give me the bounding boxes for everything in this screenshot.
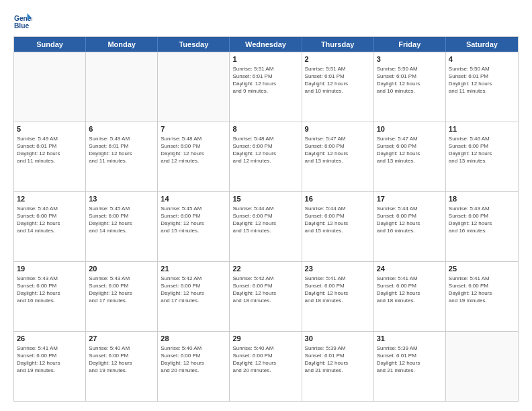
day-number: 27 xyxy=(89,334,154,344)
day-number: 5 xyxy=(17,124,83,134)
day-number: 18 xyxy=(449,194,515,204)
day-number: 3 xyxy=(377,54,443,64)
day-info: Sunrise: 5:46 AM Sunset: 6:00 PM Dayligh… xyxy=(449,135,515,165)
day-info: Sunrise: 5:48 AM Sunset: 6:00 PM Dayligh… xyxy=(232,135,298,165)
day-info: Sunrise: 5:46 AM Sunset: 6:00 PM Dayligh… xyxy=(17,205,83,235)
calendar-header: SundayMondayTuesdayWednesdayThursdayFrid… xyxy=(14,37,518,52)
day-number: 14 xyxy=(161,194,226,204)
calendar-cell: 4Sunrise: 5:50 AM Sunset: 6:01 PM Daylig… xyxy=(446,52,518,122)
day-info: Sunrise: 5:43 AM Sunset: 6:00 PM Dayligh… xyxy=(449,205,515,235)
day-number: 12 xyxy=(17,194,83,204)
calendar-cell: 12Sunrise: 5:46 AM Sunset: 6:00 PM Dayli… xyxy=(14,192,86,261)
calendar-cell: 5Sunrise: 5:49 AM Sunset: 6:01 PM Daylig… xyxy=(14,122,86,191)
calendar-cell: 29Sunrise: 5:40 AM Sunset: 6:00 PM Dayli… xyxy=(230,332,302,401)
svg-text:Blue: Blue xyxy=(14,22,30,30)
header-tuesday: Tuesday xyxy=(158,37,230,52)
day-info: Sunrise: 5:39 AM Sunset: 6:01 PM Dayligh… xyxy=(305,345,371,375)
calendar-cell xyxy=(14,52,86,122)
calendar-cell: 22Sunrise: 5:42 AM Sunset: 6:00 PM Dayli… xyxy=(230,262,302,331)
day-number: 9 xyxy=(305,124,371,134)
day-number: 1 xyxy=(232,54,298,64)
header-saturday: Saturday xyxy=(446,37,518,52)
calendar-cell: 14Sunrise: 5:45 AM Sunset: 6:00 PM Dayli… xyxy=(158,192,230,261)
calendar-cell: 10Sunrise: 5:47 AM Sunset: 6:00 PM Dayli… xyxy=(374,122,446,191)
calendar-row-5: 26Sunrise: 5:41 AM Sunset: 6:00 PM Dayli… xyxy=(14,331,518,401)
page-header: General Blue xyxy=(13,12,519,31)
calendar-cell xyxy=(446,332,518,401)
calendar-cell xyxy=(86,52,158,122)
logo-icon: General Blue xyxy=(13,12,32,31)
day-number: 4 xyxy=(449,54,515,64)
calendar-cell: 18Sunrise: 5:43 AM Sunset: 6:00 PM Dayli… xyxy=(446,192,518,261)
day-number: 8 xyxy=(232,124,298,134)
calendar-cell: 15Sunrise: 5:44 AM Sunset: 6:00 PM Dayli… xyxy=(230,192,302,261)
day-info: Sunrise: 5:49 AM Sunset: 6:01 PM Dayligh… xyxy=(17,135,83,165)
calendar-row-1: 1Sunrise: 5:51 AM Sunset: 6:01 PM Daylig… xyxy=(14,52,518,122)
day-info: Sunrise: 5:45 AM Sunset: 6:00 PM Dayligh… xyxy=(89,205,154,235)
day-info: Sunrise: 5:47 AM Sunset: 6:00 PM Dayligh… xyxy=(305,135,371,165)
calendar-cell: 8Sunrise: 5:48 AM Sunset: 6:00 PM Daylig… xyxy=(230,122,302,191)
calendar-row-3: 12Sunrise: 5:46 AM Sunset: 6:00 PM Dayli… xyxy=(14,191,518,261)
header-thursday: Thursday xyxy=(302,37,374,52)
calendar-cell: 6Sunrise: 5:49 AM Sunset: 6:01 PM Daylig… xyxy=(86,122,158,191)
day-info: Sunrise: 5:50 AM Sunset: 6:01 PM Dayligh… xyxy=(449,65,515,95)
day-number: 30 xyxy=(305,334,371,344)
day-number: 11 xyxy=(449,124,515,134)
calendar-cell: 2Sunrise: 5:51 AM Sunset: 6:01 PM Daylig… xyxy=(302,52,374,122)
day-number: 7 xyxy=(161,124,226,134)
calendar-cell: 28Sunrise: 5:40 AM Sunset: 6:00 PM Dayli… xyxy=(158,332,230,401)
calendar-cell: 24Sunrise: 5:41 AM Sunset: 6:00 PM Dayli… xyxy=(374,262,446,331)
calendar-row-4: 19Sunrise: 5:43 AM Sunset: 6:00 PM Dayli… xyxy=(14,261,518,331)
calendar-row-2: 5Sunrise: 5:49 AM Sunset: 6:01 PM Daylig… xyxy=(14,122,518,191)
calendar-cell: 20Sunrise: 5:43 AM Sunset: 6:00 PM Dayli… xyxy=(86,262,158,331)
day-number: 25 xyxy=(449,264,515,274)
calendar-cell: 13Sunrise: 5:45 AM Sunset: 6:00 PM Dayli… xyxy=(86,192,158,261)
day-number: 23 xyxy=(305,264,371,274)
day-info: Sunrise: 5:47 AM Sunset: 6:00 PM Dayligh… xyxy=(377,135,443,165)
calendar-cell: 31Sunrise: 5:39 AM Sunset: 6:01 PM Dayli… xyxy=(374,332,446,401)
calendar-cell: 3Sunrise: 5:50 AM Sunset: 6:01 PM Daylig… xyxy=(374,52,446,122)
day-number: 6 xyxy=(89,124,154,134)
calendar-cell: 21Sunrise: 5:42 AM Sunset: 6:00 PM Dayli… xyxy=(158,262,230,331)
day-info: Sunrise: 5:42 AM Sunset: 6:00 PM Dayligh… xyxy=(232,275,298,305)
day-info: Sunrise: 5:44 AM Sunset: 6:00 PM Dayligh… xyxy=(305,205,371,235)
calendar-cell: 16Sunrise: 5:44 AM Sunset: 6:00 PM Dayli… xyxy=(302,192,374,261)
day-info: Sunrise: 5:39 AM Sunset: 6:01 PM Dayligh… xyxy=(377,345,443,375)
logo: General Blue xyxy=(13,12,35,31)
day-info: Sunrise: 5:40 AM Sunset: 6:00 PM Dayligh… xyxy=(232,345,298,375)
day-info: Sunrise: 5:41 AM Sunset: 6:00 PM Dayligh… xyxy=(449,275,515,305)
calendar-cell: 1Sunrise: 5:51 AM Sunset: 6:01 PM Daylig… xyxy=(230,52,302,122)
day-number: 26 xyxy=(17,334,83,344)
day-number: 10 xyxy=(377,124,443,134)
calendar-cell: 27Sunrise: 5:40 AM Sunset: 6:00 PM Dayli… xyxy=(86,332,158,401)
calendar-cell: 17Sunrise: 5:44 AM Sunset: 6:00 PM Dayli… xyxy=(374,192,446,261)
day-info: Sunrise: 5:44 AM Sunset: 6:00 PM Dayligh… xyxy=(377,205,443,235)
day-number: 15 xyxy=(232,194,298,204)
day-info: Sunrise: 5:43 AM Sunset: 6:00 PM Dayligh… xyxy=(89,275,154,305)
day-info: Sunrise: 5:44 AM Sunset: 6:00 PM Dayligh… xyxy=(232,205,298,235)
day-number: 22 xyxy=(232,264,298,274)
day-number: 29 xyxy=(232,334,298,344)
header-monday: Monday xyxy=(86,37,158,52)
day-info: Sunrise: 5:40 AM Sunset: 6:00 PM Dayligh… xyxy=(161,345,226,375)
calendar-cell: 30Sunrise: 5:39 AM Sunset: 6:01 PM Dayli… xyxy=(302,332,374,401)
day-number: 19 xyxy=(17,264,83,274)
calendar-cell: 7Sunrise: 5:48 AM Sunset: 6:00 PM Daylig… xyxy=(158,122,230,191)
day-number: 20 xyxy=(89,264,154,274)
day-info: Sunrise: 5:41 AM Sunset: 6:00 PM Dayligh… xyxy=(17,345,83,375)
day-info: Sunrise: 5:48 AM Sunset: 6:00 PM Dayligh… xyxy=(161,135,226,165)
calendar-cell: 9Sunrise: 5:47 AM Sunset: 6:00 PM Daylig… xyxy=(302,122,374,191)
header-friday: Friday xyxy=(374,37,446,52)
day-number: 31 xyxy=(377,334,443,344)
header-sunday: Sunday xyxy=(14,37,86,52)
calendar-cell: 11Sunrise: 5:46 AM Sunset: 6:00 PM Dayli… xyxy=(446,122,518,191)
header-wednesday: Wednesday xyxy=(230,37,302,52)
day-info: Sunrise: 5:51 AM Sunset: 6:01 PM Dayligh… xyxy=(305,65,371,95)
calendar-cell: 26Sunrise: 5:41 AM Sunset: 6:00 PM Dayli… xyxy=(14,332,86,401)
day-number: 13 xyxy=(89,194,154,204)
day-number: 16 xyxy=(305,194,371,204)
day-info: Sunrise: 5:41 AM Sunset: 6:00 PM Dayligh… xyxy=(305,275,371,305)
day-number: 2 xyxy=(305,54,371,64)
calendar-cell xyxy=(158,52,230,122)
day-info: Sunrise: 5:43 AM Sunset: 6:00 PM Dayligh… xyxy=(17,275,83,305)
